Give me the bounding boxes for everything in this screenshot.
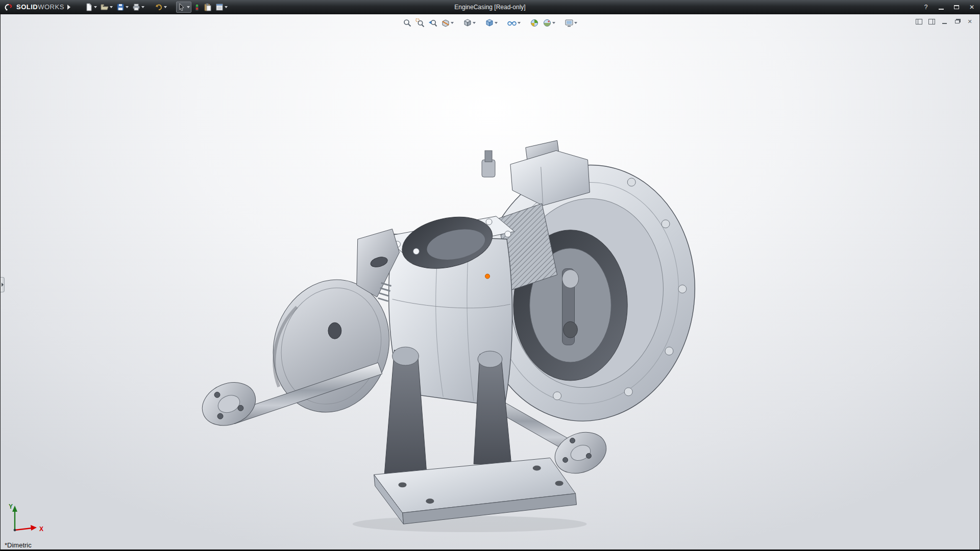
graphics-viewport[interactable]: ✕ Y X *Dimetric [0, 14, 980, 551]
dropdown-caret-icon[interactable] [141, 6, 144, 8]
edit-appearance-icon [530, 18, 539, 28]
print-button[interactable] [131, 2, 145, 13]
help-button[interactable]: ? [920, 2, 932, 12]
dassault-logo-icon [4, 3, 14, 12]
minimize-document-button[interactable] [940, 18, 949, 26]
dropdown-caret-icon[interactable] [574, 22, 577, 24]
open-icon [101, 3, 109, 11]
new-document-icon [85, 3, 93, 11]
headsup-view-toolbar [402, 17, 578, 29]
pane-split-left-button[interactable] [914, 18, 923, 26]
titlebar: SOLIDWORKS [0, 0, 980, 14]
section-view-icon [441, 18, 450, 28]
expand-panel-arrow-icon [2, 283, 4, 287]
close-button[interactable]: ✕ [966, 2, 978, 12]
dropdown-caret-icon[interactable] [110, 6, 113, 8]
dropdown-caret-icon[interactable] [451, 22, 454, 24]
minimize-document-icon [942, 23, 947, 24]
window-controls: ? ✕ [920, 0, 978, 14]
view-orientation-label: *Dimetric [5, 541, 32, 549]
dropdown-caret-icon[interactable] [126, 6, 129, 8]
pane-split-right-icon [928, 19, 935, 24]
view-orientation-button[interactable] [462, 17, 477, 29]
save-icon [116, 3, 125, 11]
view-settings-icon [565, 18, 574, 28]
paste-clipboard-icon [204, 3, 212, 11]
document-window-controls: ✕ [914, 18, 974, 26]
select-cursor-icon [178, 3, 186, 11]
print-icon [132, 3, 140, 11]
dropdown-caret-icon[interactable] [94, 6, 97, 8]
maximize-button[interactable] [950, 2, 963, 12]
apply-scene-button[interactable] [542, 17, 556, 29]
x-axis-label: X [39, 525, 43, 533]
brand-bold: SOLID [16, 3, 38, 11]
save-button[interactable] [115, 2, 130, 13]
minimize-button[interactable] [935, 2, 947, 12]
undo-icon [155, 3, 163, 11]
apply-scene-icon [543, 18, 552, 28]
zoom-to-area-icon [415, 18, 425, 28]
feature-tree-collapsed-tab[interactable] [1, 277, 5, 292]
y-axis-label: Y [9, 503, 13, 510]
reference-triad: Y X [8, 500, 48, 536]
close-document-button[interactable]: ✕ [965, 18, 974, 26]
dropdown-caret-icon[interactable] [225, 6, 228, 8]
window-title: EngineCasing [Read-only] [454, 4, 525, 11]
dropdown-caret-icon[interactable] [518, 22, 521, 24]
zoom-to-area-button[interactable] [414, 17, 426, 29]
restore-document-button[interactable] [952, 18, 962, 26]
zoom-to-fit-button[interactable] [402, 17, 413, 29]
dropdown-caret-icon[interactable] [495, 22, 498, 24]
options-button[interactable] [214, 2, 229, 13]
options-icon [215, 3, 224, 11]
rebuild-button[interactable] [193, 2, 201, 13]
dropdown-caret-icon[interactable] [473, 22, 476, 24]
view-settings-button[interactable] [564, 17, 578, 29]
select-button[interactable] [176, 2, 191, 13]
brand-light: WORKS [38, 3, 64, 11]
previous-view-icon [428, 18, 437, 28]
display-style-icon [485, 18, 494, 28]
dropdown-caret-icon[interactable] [187, 6, 190, 8]
brand-text: SOLIDWORKS [16, 3, 64, 11]
zoom-to-fit-icon [403, 18, 412, 28]
dropdown-caret-icon[interactable] [164, 6, 167, 8]
new-document-button[interactable] [84, 2, 98, 13]
restore-document-icon [955, 20, 960, 23]
undo-button[interactable] [154, 2, 168, 13]
dropdown-caret-icon[interactable] [552, 22, 555, 24]
selection-point [485, 274, 490, 279]
hide-show-items-icon [507, 18, 517, 28]
engine-casing-model[interactable] [1, 14, 979, 549]
rebuild-icon [194, 3, 200, 11]
previous-view-button[interactable] [427, 17, 438, 29]
menu-expand-arrow-icon[interactable] [67, 5, 70, 10]
solidworks-menu[interactable]: SOLIDWORKS [0, 0, 75, 14]
section-view-button[interactable] [440, 17, 455, 29]
edit-appearance-button[interactable] [529, 17, 540, 29]
paste-button[interactable] [203, 2, 213, 13]
pane-split-right-button[interactable] [927, 18, 936, 26]
main-toolbar [84, 2, 229, 13]
open-button[interactable] [100, 2, 114, 13]
pane-split-left-icon [916, 19, 922, 24]
display-style-button[interactable] [484, 17, 499, 29]
maximize-icon [954, 5, 959, 9]
minimize-icon [939, 9, 944, 10]
view-orientation-icon [463, 18, 472, 28]
hide-show-items-button[interactable] [506, 17, 522, 29]
